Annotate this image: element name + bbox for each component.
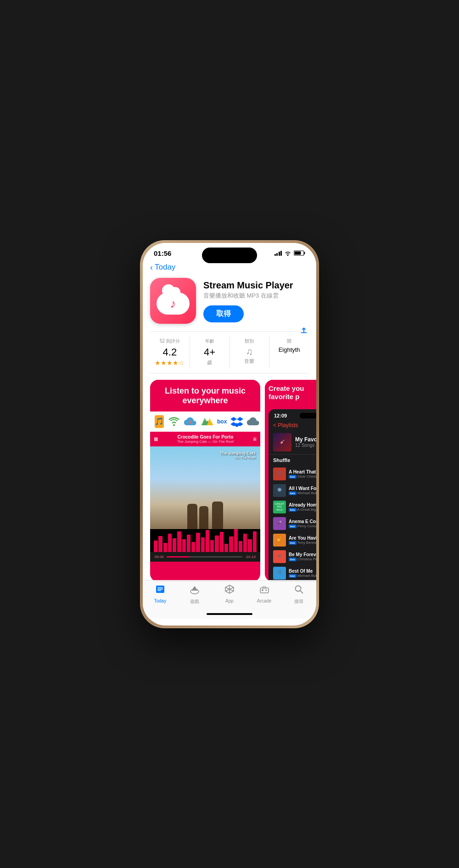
- svg-line-15: [300, 591, 303, 593]
- dynamic-island: [202, 248, 257, 263]
- games-icon: [190, 584, 200, 597]
- song-info: Already Home box A Great Big World — Is …: [289, 502, 316, 512]
- ss1-service-icons: 🎵: [150, 411, 260, 432]
- status-time: 01:56: [154, 249, 171, 257]
- signal-icon: [274, 251, 282, 256]
- ss2-time: 12:09: [274, 413, 287, 418]
- song-art: 🎤: [273, 517, 286, 530]
- stat-age-sub: 歲: [194, 359, 226, 366]
- song-art: GREATBIGWLD: [273, 501, 286, 513]
- tab-search[interactable]: 搜尋: [281, 584, 316, 605]
- ss2-playlist-count: 12 Songs: [295, 443, 316, 448]
- stat-dev-label: 開: [273, 338, 305, 344]
- list-item: 🎵 A Heart That Can box Dixie Chicks — Li…: [269, 466, 316, 482]
- phone-screen: 01:56: [143, 243, 316, 626]
- home-indicator: [207, 613, 252, 615]
- apps-tab-icon: [224, 584, 235, 594]
- tab-arcade[interactable]: Arcade: [247, 584, 282, 603]
- back-label[interactable]: Today: [155, 263, 175, 272]
- get-button[interactable]: 取得: [203, 305, 244, 322]
- song-info: Be My Forever (feat. Ed box Christina Pe…: [289, 552, 316, 561]
- svg-marker-8: [191, 586, 198, 591]
- ss2-back-button[interactable]: < Playlists: [269, 420, 316, 430]
- ss2-status-bar: 12:09: [269, 409, 316, 420]
- arcade-icon: [259, 584, 269, 597]
- tab-search-label: 搜尋: [294, 598, 303, 605]
- svg-rect-2: [295, 252, 301, 255]
- ss1-track-sub: The Jumping Cats — On The Roof: [158, 440, 253, 444]
- ss2-phone-ui: 12:09 < Playlists: [269, 409, 316, 582]
- ss2-notch: [300, 413, 316, 418]
- phone-frame: 01:56: [140, 240, 319, 628]
- tab-today[interactable]: Today: [143, 584, 178, 603]
- ss1-progress-bar: 00:32 -01:13: [150, 552, 260, 562]
- service-icon-drive: [201, 415, 213, 428]
- svg-rect-1: [304, 252, 305, 254]
- svg-rect-6: [157, 590, 161, 591]
- list-item: 🎤 Anema E Core Sony box Perry Como — My …: [269, 515, 316, 532]
- song-info: A Heart That Can box Dixie Chicks — Litt…: [289, 469, 316, 479]
- screen-content: ‹ Today ♪ Stream Music Player 音樂播放和收聽 MP…: [143, 259, 316, 619]
- svg-rect-9: [260, 588, 269, 593]
- stat-stars: ★★★★☆: [154, 359, 186, 366]
- tab-games-label: 遊戲: [190, 598, 199, 605]
- ss2-shuffle[interactable]: Shuffle: [269, 455, 316, 466]
- song-art: 🎶: [273, 550, 286, 563]
- tab-games[interactable]: 遊戲: [178, 584, 213, 605]
- search-icon: [294, 584, 304, 597]
- ss2-playlist-name: My Favorite: [295, 436, 316, 443]
- ss1-player-bar: ▦ Crocodile Goes For Porto The Jumping C…: [150, 432, 260, 446]
- song-info: Are You Havin' Any Fun? box Tony Bennett…: [289, 535, 316, 545]
- song-artist: box Tony Bennett — The Great: [289, 541, 316, 545]
- ss1-title: Listen to your music everywhere: [156, 386, 255, 406]
- ss1-equalizer: [150, 529, 260, 552]
- svg-point-14: [296, 586, 301, 591]
- stat-rating-label: 52 則評分: [154, 338, 186, 344]
- music-note-icon: ♪: [170, 297, 176, 311]
- screenshot-2: Create youfavorite p 12:09: [265, 380, 316, 582]
- app-info: Stream Music Player 音樂播放和收聽 MP3 在線雲 取得: [203, 278, 309, 322]
- ss1-header: Listen to your music everywhere: [150, 380, 260, 411]
- stat-category-sub: 音樂: [234, 358, 266, 365]
- stat-age-label: 年齡: [194, 338, 226, 344]
- app-icon: ♪: [150, 278, 196, 324]
- tab-apps[interactable]: App: [212, 584, 247, 603]
- service-icon-cloud2: [247, 415, 260, 428]
- games-tab-icon: [190, 584, 200, 594]
- list-item: GREATBIGWLD Already Home box A Great Big…: [269, 499, 316, 515]
- ss2-song-list: 🎵 A Heart That Can box Dixie Chicks — Li…: [269, 466, 316, 582]
- svg-rect-5: [157, 589, 163, 590]
- share-button[interactable]: [299, 325, 309, 338]
- service-icon-box: box: [217, 415, 227, 428]
- list-item: 🎵 Best Of Me box Michael Buble — Crazy L…: [269, 565, 316, 581]
- service-icon-wifi: [168, 415, 180, 428]
- song-name: Be My Forever (feat. Ed: [289, 552, 316, 557]
- apps-icon: [224, 584, 235, 597]
- song-artist: box Michael Buble — Crazy Lo: [289, 574, 316, 578]
- arcade-tab-icon: [259, 584, 269, 594]
- wifi-icon: [284, 251, 291, 256]
- stat-dev-value: Eightyth: [273, 346, 305, 353]
- status-icons: [274, 250, 306, 256]
- ss2-playlist-header: 🎸 My Favorite 12 Songs: [269, 430, 316, 455]
- app-subtitle: 音樂播放和收聽 MP3 在線雲: [203, 292, 309, 300]
- song-name: A Heart That Can: [289, 469, 316, 474]
- song-artist: box Christina Perri — Head Or: [289, 557, 316, 561]
- stat-rating-value: 4.2: [154, 346, 186, 358]
- song-art: 🎵: [273, 468, 286, 480]
- progress-end: -01:13: [245, 555, 256, 559]
- stat-age: 年齡 4+ 歲: [190, 336, 230, 368]
- stat-category-label: 類別: [234, 338, 266, 344]
- list-item: ❄️ All I Want For Christmas box Michael …: [269, 482, 316, 499]
- battery-icon: [294, 250, 305, 256]
- ss2-playlist-art: 🎸: [273, 433, 291, 451]
- svg-point-10: [262, 589, 263, 591]
- song-name: Best Of Me: [289, 569, 316, 574]
- today-icon: [155, 584, 165, 597]
- song-art: 🎵: [273, 567, 286, 580]
- song-art: 🎷: [273, 534, 286, 547]
- screenshots-scroll[interactable]: Listen to your music everywhere 🎵: [143, 380, 316, 582]
- back-chevron-icon: ‹: [150, 263, 153, 272]
- tab-arcade-label: Arcade: [257, 598, 272, 603]
- song-name: Anema E Core Sony: [289, 519, 316, 524]
